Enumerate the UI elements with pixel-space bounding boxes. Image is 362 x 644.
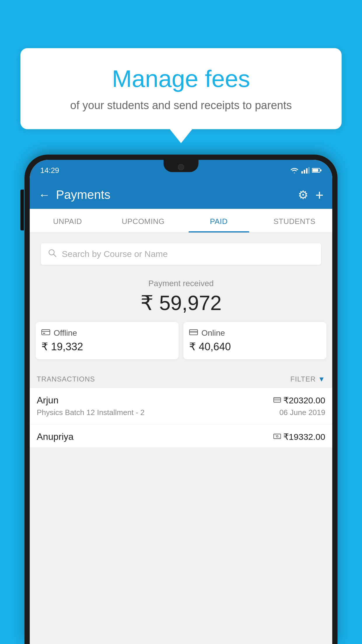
transaction-list: Arjun ₹20320.00 Physics Batch 1 <box>30 388 332 447</box>
tab-unpaid[interactable]: UNPAID <box>30 209 106 232</box>
svg-rect-12 <box>189 330 198 335</box>
status-time: 14:29 <box>40 166 59 175</box>
bubble-subtitle: of your students and send receipts to pa… <box>35 98 327 113</box>
search-bar[interactable]: Search by Course or Name <box>41 243 321 265</box>
app-title: Payments <box>56 188 292 202</box>
svg-rect-15 <box>274 398 281 402</box>
transactions-header: TRANSACTIONS FILTER ▼ <box>30 369 332 388</box>
svg-line-8 <box>54 254 56 257</box>
offline-label: Offline <box>54 328 77 338</box>
payment-cards: Offline ₹ 19,332 Onli <box>36 322 326 359</box>
offline-icon <box>41 328 50 338</box>
online-card: Online ₹ 40,640 <box>183 322 326 359</box>
amount-row: ₹19332.00 <box>273 432 325 442</box>
student-name: Anupriya <box>37 431 73 442</box>
svg-rect-0 <box>301 171 303 174</box>
search-placeholder-text: Search by Course or Name <box>62 249 168 259</box>
tab-bar: UNPAID UPCOMING PAID STUDENTS <box>30 209 332 233</box>
svg-rect-6 <box>320 169 321 171</box>
payment-received-label: Payment received <box>36 279 326 288</box>
offline-amount: ₹ 19,332 <box>41 341 83 353</box>
student-name: Arjun <box>37 395 59 406</box>
app-bar: ← Payments ⚙ + <box>30 181 332 209</box>
tab-upcoming[interactable]: UPCOMING <box>106 209 181 232</box>
offline-card: Offline ₹ 19,332 <box>36 322 179 359</box>
table-row[interactable]: Anupriya ₹19332.00 <box>30 424 332 447</box>
svg-rect-2 <box>306 168 307 174</box>
online-label: Online <box>201 328 225 338</box>
wifi-icon <box>290 167 299 174</box>
svg-rect-1 <box>304 170 305 174</box>
svg-rect-5 <box>312 169 318 172</box>
settings-button[interactable]: ⚙ <box>298 188 308 202</box>
signal-icon <box>301 167 310 174</box>
svg-rect-3 <box>308 167 310 174</box>
course-name: Physics Batch 12 Installment - 2 <box>37 408 145 417</box>
tab-students[interactable]: STUDENTS <box>257 209 333 232</box>
transactions-label: TRANSACTIONS <box>37 375 95 383</box>
svg-rect-21 <box>279 437 280 438</box>
transaction-amount: ₹19332.00 <box>283 432 325 442</box>
status-icons <box>290 167 322 174</box>
add-button[interactable]: + <box>315 187 324 203</box>
svg-point-19 <box>276 435 278 437</box>
filter-icon: ▼ <box>318 375 325 383</box>
payment-total-amount: ₹ 59,972 <box>36 291 326 315</box>
filter-label: FILTER <box>290 375 316 383</box>
amount-row: ₹20320.00 <box>273 395 325 405</box>
bubble-title: Manage fees <box>35 66 327 92</box>
transaction-amount: ₹20320.00 <box>283 395 325 405</box>
svg-rect-9 <box>42 330 50 335</box>
cash-payment-icon <box>273 433 281 441</box>
transaction-date: 06 June 2019 <box>279 408 325 417</box>
online-amount: ₹ 40,640 <box>189 341 231 353</box>
status-bar: 14:29 <box>30 160 332 181</box>
phone-frame: 14:29 <box>24 155 338 644</box>
card-payment-icon <box>273 396 281 405</box>
battery-icon <box>312 168 322 173</box>
search-icon <box>48 249 57 260</box>
table-row[interactable]: Arjun ₹20320.00 Physics Batch 1 <box>30 388 332 424</box>
payment-summary: Payment received ₹ 59,972 Offline <box>30 270 332 369</box>
back-button[interactable]: ← <box>38 188 50 202</box>
tab-paid[interactable]: PAID <box>181 209 257 232</box>
camera <box>178 164 184 170</box>
svg-rect-11 <box>43 333 45 334</box>
phone-screen: 14:29 <box>30 160 332 644</box>
notch-cutout <box>164 160 198 172</box>
online-icon <box>189 328 198 338</box>
app-bar-icons: ⚙ + <box>298 187 324 203</box>
filter-button[interactable]: FILTER ▼ <box>290 375 325 383</box>
svg-rect-20 <box>275 435 276 435</box>
speech-bubble: Manage fees of your students and send re… <box>20 48 342 129</box>
